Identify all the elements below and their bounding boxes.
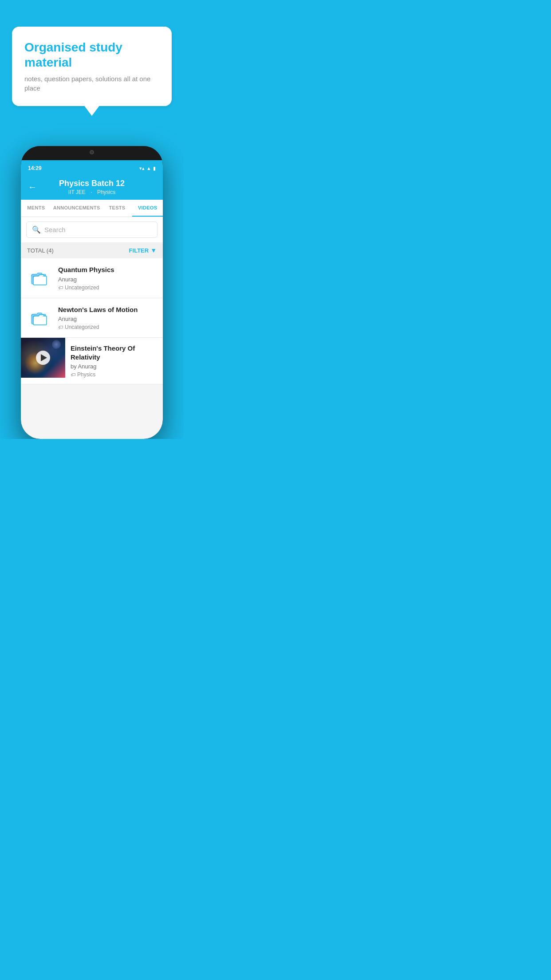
tag-label: Physics	[77, 371, 95, 378]
tab-ments[interactable]: MENTS	[21, 200, 51, 217]
bubble-subtitle: notes, question papers, solutions all at…	[24, 74, 159, 93]
battery-icon: ▮	[153, 166, 156, 171]
phone-container: 14:29 ▾▴ ▲ ▮ ← Physics Batch 12 IIT JEE …	[0, 119, 184, 439]
video-info: Newton's Laws of Motion Anurag 🏷 Uncateg…	[58, 305, 157, 331]
video-info: Quantum Physics Anurag 🏷 Uncategorized	[58, 265, 157, 291]
tag-label: Uncategorized	[65, 285, 99, 291]
play-button[interactable]	[36, 351, 50, 365]
filter-button[interactable]: FILTER ▼	[129, 247, 157, 254]
phone-notch	[65, 146, 118, 158]
search-icon: 🔍	[32, 225, 41, 234]
filter-label: FILTER	[129, 247, 149, 254]
status-icons: ▾▴ ▲ ▮	[139, 166, 156, 171]
speech-bubble: Organised study material notes, question…	[12, 27, 172, 106]
video-tag: 🏷 Uncategorized	[58, 324, 157, 330]
tab-announcements[interactable]: ANNOUNCEMENTS	[51, 200, 102, 217]
header-title: Physics Batch 12	[28, 179, 156, 188]
back-button[interactable]: ←	[28, 182, 37, 192]
top-section: Organised study material notes, question…	[0, 0, 184, 119]
video-author: Anurag	[58, 276, 157, 283]
search-input-wrapper[interactable]: 🔍 Search	[26, 221, 157, 238]
video-list: Quantum Physics Anurag 🏷 Uncategorized	[21, 258, 163, 384]
video-author: by Anurag	[71, 363, 157, 370]
tag-icon: 🏷	[58, 285, 63, 290]
app-header: ← Physics Batch 12 IIT JEE · Physics	[21, 174, 163, 200]
header-subtitle-part1: IIT JEE	[68, 189, 86, 195]
list-item[interactable]: Einstein's Theory Of Relativity by Anura…	[21, 338, 163, 384]
phone-top-bar	[21, 146, 163, 160]
bubble-title: Organised study material	[24, 40, 159, 70]
filter-icon: ▼	[150, 247, 157, 254]
phone-screen: 14:29 ▾▴ ▲ ▮ ← Physics Batch 12 IIT JEE …	[21, 146, 163, 439]
video-title: Einstein's Theory Of Relativity	[71, 344, 157, 361]
status-time: 14:29	[28, 165, 42, 171]
camera	[90, 150, 94, 154]
header-subtitle: IIT JEE · Physics	[28, 189, 156, 195]
tag-label: Uncategorized	[65, 324, 99, 330]
total-count: TOTAL (4)	[27, 247, 54, 254]
folder-thumbnail	[27, 265, 52, 290]
play-icon	[41, 354, 47, 361]
video-info: Einstein's Theory Of Relativity by Anura…	[65, 338, 163, 384]
phone-content: 🔍 Search TOTAL (4) FILTER ▼	[21, 217, 163, 439]
tab-videos[interactable]: VIDEOS	[132, 200, 163, 217]
tab-tests[interactable]: TESTS	[102, 200, 133, 217]
list-item[interactable]: Quantum Physics Anurag 🏷 Uncategorized	[21, 258, 163, 298]
header-divider: ·	[91, 189, 92, 195]
video-title: Quantum Physics	[58, 265, 157, 274]
folder-thumbnail	[27, 305, 52, 330]
video-tag: 🏷 Physics	[71, 371, 157, 378]
video-author: Anurag	[58, 316, 157, 322]
video-tag: 🏷 Uncategorized	[58, 285, 157, 291]
list-item[interactable]: Newton's Laws of Motion Anurag 🏷 Uncateg…	[21, 298, 163, 338]
phone: 14:29 ▾▴ ▲ ▮ ← Physics Batch 12 IIT JEE …	[21, 146, 163, 439]
header-subtitle-part2: Physics	[97, 189, 115, 195]
tag-icon: 🏷	[58, 324, 63, 330]
wifi-icon: ▾▴	[139, 166, 145, 171]
tag-icon: 🏷	[71, 372, 75, 377]
search-bar: 🔍 Search	[21, 217, 163, 242]
tab-bar: MENTS ANNOUNCEMENTS TESTS VIDEOS	[21, 200, 163, 217]
video-thumbnail	[21, 338, 65, 378]
video-title: Newton's Laws of Motion	[58, 305, 157, 314]
status-bar: 14:29 ▾▴ ▲ ▮	[21, 160, 163, 174]
search-placeholder: Search	[44, 226, 66, 233]
signal-icon: ▲	[146, 166, 151, 171]
filter-row: TOTAL (4) FILTER ▼	[21, 242, 163, 258]
